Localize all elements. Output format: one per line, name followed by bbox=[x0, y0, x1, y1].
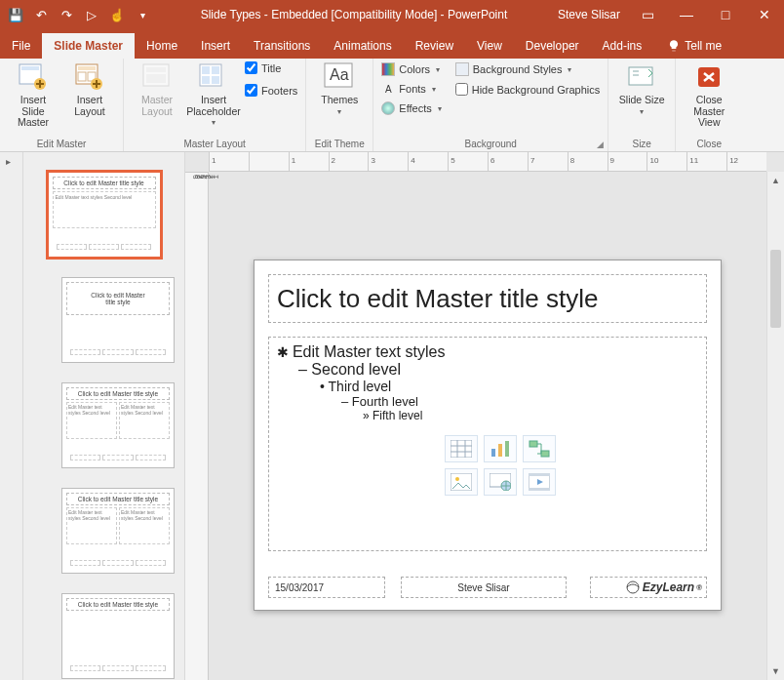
qat-customize-icon[interactable]: ▾ bbox=[135, 7, 150, 22]
globe-swoosh-icon bbox=[625, 580, 641, 595]
thumbnail-layout-2[interactable]: Click to edit Master title style Edit Ma… bbox=[61, 382, 175, 468]
insert-layout-button[interactable]: Insert Layout bbox=[64, 61, 115, 117]
insert-smartart-icon[interactable] bbox=[523, 435, 556, 462]
outline-collapse-strip[interactable]: ▸ bbox=[0, 152, 23, 680]
footers-checkbox[interactable]: Footers bbox=[245, 84, 297, 97]
thumb-footers bbox=[70, 665, 166, 671]
insert-slide-master-button[interactable]: Insert Slide Master bbox=[8, 61, 59, 129]
signed-in-user[interactable]: Steve Slisar bbox=[550, 8, 628, 21]
slide-size-label: Slide Size bbox=[619, 95, 665, 106]
close-master-view-button[interactable]: Close Master View bbox=[684, 61, 734, 129]
ribbon-display-options-icon[interactable]: ▭ bbox=[628, 0, 667, 29]
insert-video-icon[interactable] bbox=[523, 468, 556, 496]
footer-placeholder[interactable]: Steve Slisar bbox=[401, 577, 567, 598]
touch-mode-icon[interactable]: ☝ bbox=[109, 7, 125, 22]
background-dialog-launcher-icon[interactable]: ◢ bbox=[597, 140, 604, 149]
title-placeholder[interactable]: Click to edit Master title style bbox=[268, 274, 707, 323]
body-placeholder[interactable]: Edit Master text styles Second level Thi… bbox=[268, 337, 707, 551]
fonts-dropdown[interactable]: A Fonts▾ bbox=[381, 81, 441, 97]
effects-dropdown[interactable]: Effects▾ bbox=[381, 100, 441, 116]
horizontal-ruler[interactable]: 1123456789101112 bbox=[209, 152, 766, 172]
thumb-footers bbox=[70, 560, 166, 566]
minimize-icon[interactable]: — bbox=[667, 0, 706, 29]
chevron-down-icon: ▾ bbox=[438, 104, 442, 113]
thumb-footers bbox=[70, 455, 166, 460]
colors-dropdown[interactable]: Colors▾ bbox=[381, 61, 441, 77]
insert-table-icon[interactable] bbox=[445, 435, 478, 462]
redo-icon[interactable]: ↷ bbox=[59, 7, 74, 22]
undo-icon[interactable]: ↶ bbox=[33, 7, 49, 22]
tab-view[interactable]: View bbox=[465, 33, 514, 59]
svg-rect-1 bbox=[21, 66, 39, 70]
insert-picture-icon[interactable] bbox=[445, 468, 478, 496]
tab-slide-master[interactable]: Slide Master bbox=[42, 33, 135, 59]
thumb-two-content: Edit Master text styles Second levelEdit… bbox=[66, 402, 170, 439]
slide-size-button[interactable]: Slide Size ▾ bbox=[616, 61, 667, 116]
thumbnail-master[interactable]: Click to edit Master title style Edit Ma… bbox=[48, 172, 161, 258]
tab-transitions[interactable]: Transitions bbox=[242, 33, 322, 59]
collapse-triangle-icon[interactable]: ▸ bbox=[6, 156, 11, 167]
group-label-size: Size bbox=[616, 139, 667, 151]
save-icon[interactable]: 💾 bbox=[8, 7, 23, 22]
thumb-title: Click to edit Master title style bbox=[66, 493, 170, 505]
window-controls: ▭ — □ ✕ bbox=[628, 0, 784, 29]
tab-home[interactable]: Home bbox=[135, 33, 189, 59]
tab-review[interactable]: Review bbox=[404, 33, 465, 59]
insert-placeholder-button[interactable]: Insert Placeholder ▾ bbox=[188, 61, 239, 128]
insert-placeholder-icon bbox=[198, 61, 229, 93]
tell-me-search[interactable]: Tell me bbox=[659, 33, 729, 59]
insert-chart-icon[interactable] bbox=[484, 435, 517, 462]
title-checkbox[interactable]: Title bbox=[245, 61, 297, 74]
tab-developer[interactable]: Developer bbox=[514, 33, 591, 59]
themes-button[interactable]: Aa Themes ▾ bbox=[314, 61, 365, 116]
scrollbar-thumb[interactable] bbox=[770, 250, 781, 328]
date-placeholder[interactable]: 15/03/2017 bbox=[268, 577, 385, 598]
body-level1-text: Edit Master text styles bbox=[293, 343, 446, 360]
background-styles-dropdown[interactable]: Background Styles▾ bbox=[455, 61, 600, 77]
registered-icon: ® bbox=[696, 583, 702, 592]
slide-master-canvas[interactable]: Click to edit Master title style Edit Ma… bbox=[254, 260, 722, 611]
slide-canvas-viewport[interactable]: Click to edit Master title style Edit Ma… bbox=[209, 172, 766, 680]
svg-rect-21 bbox=[491, 449, 495, 457]
background-styles-icon bbox=[455, 62, 469, 76]
insert-slide-master-icon bbox=[18, 61, 49, 93]
scroll-up-icon[interactable]: ▲ bbox=[767, 172, 784, 189]
slide-number-placeholder[interactable]: EzyLearn® bbox=[590, 577, 707, 598]
vertical-ruler[interactable]: 1123456789 bbox=[185, 172, 209, 680]
hide-bg-checkbox-input[interactable] bbox=[455, 83, 468, 96]
thumb-title: Click to edit Master title style bbox=[66, 598, 170, 611]
vertical-scrollbar[interactable]: ▲ ▼ bbox=[766, 172, 784, 680]
tab-file[interactable]: File bbox=[0, 33, 42, 59]
thumb-footers bbox=[57, 244, 152, 250]
chevron-down-icon: ▾ bbox=[436, 65, 440, 74]
thumbnail-layout-1[interactable]: Click to edit Master title style bbox=[61, 277, 175, 363]
insert-online-picture-icon[interactable] bbox=[484, 468, 517, 496]
svg-rect-15 bbox=[212, 76, 219, 84]
scroll-down-icon[interactable]: ▼ bbox=[767, 662, 784, 680]
thumb-two-content: Edit Master text styles Second levelEdit… bbox=[66, 507, 170, 544]
chevron-down-icon: ▾ bbox=[212, 119, 216, 128]
hide-background-graphics-checkbox[interactable]: Hide Background Graphics bbox=[455, 83, 600, 96]
tab-insert[interactable]: Insert bbox=[189, 33, 242, 59]
group-background: Colors▾ A Fonts▾ Effects▾ Background Sty… bbox=[373, 59, 608, 151]
close-icon[interactable]: ✕ bbox=[745, 0, 784, 29]
quick-access-toolbar: 💾 ↶ ↷ ▷ ☝ ▾ bbox=[0, 7, 158, 22]
insert-placeholder-label: Insert Placeholder bbox=[186, 95, 240, 117]
maximize-icon[interactable]: □ bbox=[706, 0, 745, 29]
svg-rect-9 bbox=[146, 67, 166, 72]
slide-thumbnails-panel[interactable]: Click to edit Master title style Edit Ma… bbox=[23, 152, 185, 680]
tab-animations[interactable]: Animations bbox=[322, 33, 403, 59]
title-checkbox-input[interactable] bbox=[245, 61, 257, 74]
svg-text:Aa: Aa bbox=[330, 66, 349, 83]
group-label-background: Background◢ bbox=[381, 139, 600, 151]
thumb-title: Click to edit Master title style bbox=[66, 387, 170, 400]
insert-slide-master-label: Insert Slide Master bbox=[8, 95, 59, 129]
footers-checkbox-input[interactable] bbox=[245, 84, 257, 97]
lightbulb-icon bbox=[667, 39, 681, 53]
start-from-beginning-icon[interactable]: ▷ bbox=[84, 7, 99, 22]
svg-rect-24 bbox=[529, 441, 537, 447]
tab-addins[interactable]: Add-ins bbox=[591, 33, 654, 59]
thumbnail-layout-3[interactable]: Click to edit Master title style Edit Ma… bbox=[61, 488, 175, 574]
colors-label: Colors bbox=[399, 63, 430, 75]
thumbnail-layout-4[interactable]: Click to edit Master title style bbox=[61, 593, 175, 679]
